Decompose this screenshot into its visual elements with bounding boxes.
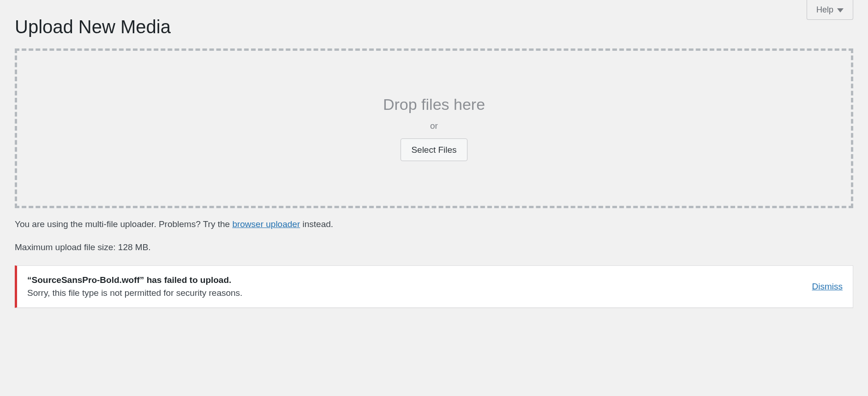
- screen-meta-links: Help: [807, 0, 853, 20]
- page-wrap: Help Upload New Media Drop files here or…: [0, 0, 868, 323]
- info-prefix: You are using the multi-file uploader. P…: [15, 219, 232, 229]
- error-body: Sorry, this file type is not permitted f…: [27, 288, 801, 298]
- page-title: Upload New Media: [15, 0, 853, 48]
- max-upload-size: Maximum upload file size: 128 MB.: [15, 242, 853, 252]
- drop-or-label: or: [430, 121, 438, 131]
- error-filename: “SourceSansPro-Bold.woff”: [27, 275, 144, 285]
- drop-title: Drop files here: [383, 96, 485, 114]
- error-notice: “SourceSansPro-Bold.woff” has failed to …: [15, 265, 853, 308]
- error-headline-suffix: has failed to upload.: [144, 275, 231, 285]
- select-files-button[interactable]: Select Files: [401, 138, 467, 161]
- browser-uploader-link[interactable]: browser uploader: [232, 219, 300, 229]
- error-headline: “SourceSansPro-Bold.woff” has failed to …: [27, 275, 801, 285]
- info-suffix: instead.: [300, 219, 333, 229]
- help-label: Help: [816, 6, 833, 14]
- uploader-info: You are using the multi-file uploader. P…: [15, 219, 853, 229]
- dismiss-button[interactable]: Dismiss: [812, 282, 843, 292]
- error-message: “SourceSansPro-Bold.woff” has failed to …: [27, 275, 801, 298]
- drop-zone[interactable]: Drop files here or Select Files: [15, 48, 853, 208]
- chevron-down-icon: [837, 8, 844, 12]
- help-tab[interactable]: Help: [807, 0, 853, 20]
